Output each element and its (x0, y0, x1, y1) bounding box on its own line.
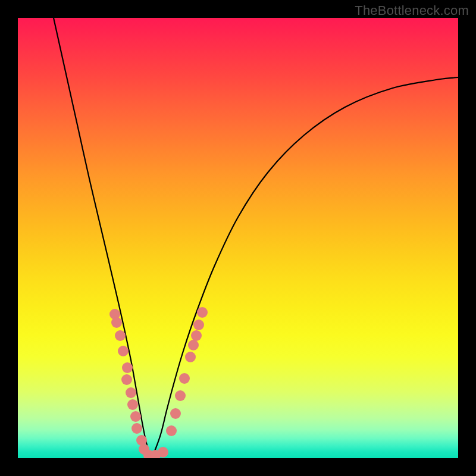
data-marker (118, 346, 129, 356)
data-marker (170, 408, 181, 419)
watermark-text: TheBottleneck.com (355, 3, 469, 18)
data-marker (193, 320, 204, 330)
data-marker (111, 317, 122, 328)
data-marker (130, 411, 141, 422)
data-marker (185, 352, 196, 362)
data-marker (166, 425, 177, 436)
data-marker (121, 374, 132, 385)
chart-frame: TheBottleneck.com (0, 0, 476, 476)
data-marker (158, 447, 168, 458)
data-marker (126, 387, 136, 398)
data-marker (122, 362, 133, 373)
data-marker (191, 330, 202, 341)
data-marker (175, 390, 186, 401)
data-marker (127, 399, 138, 410)
bottleneck-curve (54, 18, 458, 457)
data-marker (115, 330, 126, 341)
data-marker (131, 423, 142, 434)
curve-layer (18, 18, 458, 458)
data-marker (197, 307, 208, 318)
data-marker (188, 340, 199, 350)
plot-area (18, 18, 458, 458)
data-marker (179, 373, 190, 384)
